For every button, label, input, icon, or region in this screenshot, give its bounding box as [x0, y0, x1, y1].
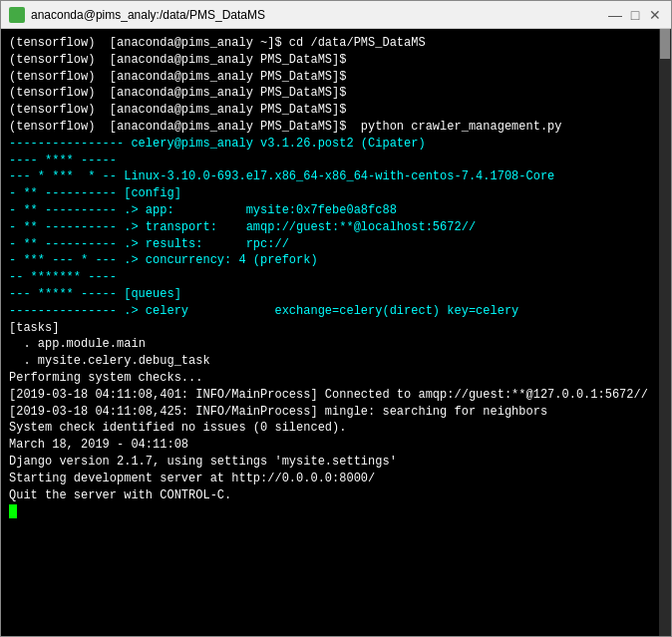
maximize-button[interactable]: □ [627, 7, 643, 23]
terminal-line: . mysite.celery.debug_task [9, 353, 663, 370]
terminal-line: Django version 2.1.7, using settings 'my… [9, 454, 663, 471]
terminal-line: (tensorflow) [anaconda@pims_analy PMS_Da… [9, 52, 663, 69]
terminal-line: - ** ---------- .> app: mysite:0x7febe0a… [9, 202, 663, 219]
terminal-line: Performing system checks... [9, 370, 663, 387]
terminal-line: (tensorflow) [anaconda@pims_analy PMS_Da… [9, 69, 663, 86]
terminal-line: (tensorflow) [anaconda@pims_analy ~]$ cd… [9, 35, 663, 52]
terminal-window: anaconda@pims_analy:/data/PMS_DataMS — □… [0, 0, 672, 637]
terminal-area[interactable]: (tensorflow) [anaconda@pims_analy ~]$ cd… [1, 29, 671, 636]
terminal-line: [2019-03-18 04:11:08,401: INFO/MainProce… [9, 387, 663, 404]
window-icon [9, 7, 25, 23]
terminal-line: -- ******* ---- [9, 269, 663, 286]
terminal-output: (tensorflow) [anaconda@pims_analy ~]$ cd… [9, 35, 663, 520]
terminal-line: [tasks] [9, 320, 663, 337]
terminal-line: Quit the server with CONTROL-C. [9, 487, 663, 504]
terminal-line: . app.module.main [9, 336, 663, 353]
titlebar: anaconda@pims_analy:/data/PMS_DataMS — □… [1, 1, 671, 29]
scrollbar-thumb[interactable] [660, 29, 670, 59]
terminal-line: - *** --- * --- .> concurrency: 4 (prefo… [9, 252, 663, 269]
terminal-line: [2019-03-18 04:11:08,425: INFO/MainProce… [9, 404, 663, 421]
terminal-line: (tensorflow) [anaconda@pims_analy PMS_Da… [9, 119, 663, 136]
close-button[interactable]: ✕ [647, 7, 663, 23]
scrollbar[interactable] [659, 29, 671, 636]
terminal-line: March 18, 2019 - 04:11:08 [9, 437, 663, 454]
terminal-line: --- ***** ----- [queues] [9, 286, 663, 303]
window-title: anaconda@pims_analy:/data/PMS_DataMS [31, 8, 607, 22]
terminal-line: (tensorflow) [anaconda@pims_analy PMS_Da… [9, 85, 663, 102]
terminal-line: Starting development server at http://0.… [9, 471, 663, 487]
terminal-line: ---- **** ----- [9, 153, 663, 169]
terminal-line: ---------------- celery@pims_analy v3.1.… [9, 136, 663, 153]
terminal-cursor [9, 504, 17, 518]
terminal-line: (tensorflow) [anaconda@pims_analy PMS_Da… [9, 102, 663, 119]
window-controls: — □ ✕ [607, 7, 663, 23]
terminal-line: - ** ---------- .> transport: amqp://gue… [9, 219, 663, 236]
terminal-line: - ** ---------- [config] [9, 185, 663, 202]
minimize-button[interactable]: — [607, 7, 623, 23]
terminal-line: - ** ---------- .> results: rpc:// [9, 236, 663, 253]
terminal-line: System check identified no issues (0 sil… [9, 420, 663, 437]
terminal-line: --- * *** * -- Linux-3.10.0-693.el7.x86_… [9, 168, 663, 185]
terminal-line: --------------- .> celery exchange=celer… [9, 303, 663, 320]
